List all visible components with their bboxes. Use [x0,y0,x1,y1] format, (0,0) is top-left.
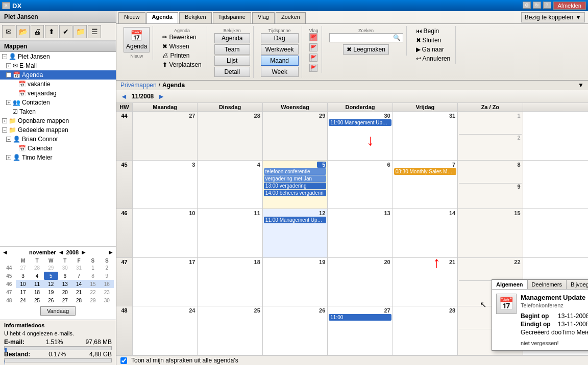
day-nov13[interactable]: 13 [328,209,393,257]
ribbon-tab-tijdspanne[interactable]: Tijdspanne [213,12,251,23]
ga-naar-btn[interactable]: ▶ Ga naar [414,45,453,54]
event-mgmt-update-12[interactable]: 11:00 Management Update [264,217,326,223]
settings-icon[interactable]: ⚙ [523,2,531,9]
expand-contacten[interactable]: + [6,100,11,105]
sidebar-item-taken[interactable]: ☑ Taken [0,107,116,116]
day-nov30[interactable]: 30 11:00 Management Update [328,112,393,160]
day-nov3[interactable]: 3 [133,161,198,209]
mini-day-45-2[interactable]: 5 [44,272,58,280]
mini-day-45-4[interactable]: 7 [72,272,86,280]
day-nov25[interactable]: 25 [198,306,262,355]
expand-gedeelde[interactable]: − [2,127,7,133]
day-nov12[interactable]: 12 11:00 Management Update [263,209,328,257]
flag-red[interactable]: 🚩 [309,33,317,41]
sidebar-item-gedeelde[interactable]: − 📁 Gedeelde mappen [0,125,116,135]
sluiten-btn[interactable]: ✖ Sluiten [414,36,453,44]
sidebar-item-verjaardag[interactable]: 📅 verjaardag [0,89,116,98]
mini-day-48-3[interactable]: 27 [58,296,72,304]
bezig-koppelen-btn[interactable]: Bezig te koppelen ▼ [521,12,585,22]
mini-day-48-5[interactable]: 29 [86,296,100,304]
day-oct29[interactable]: 29 [263,112,328,160]
view-lijst-btn[interactable]: Lijst [214,56,250,66]
check-icon[interactable]: ✔ [59,25,72,38]
mini-day-48-4[interactable]: 28 [72,296,86,304]
flag-gray3[interactable]: 🚩 [309,64,317,72]
mini-day-45-6[interactable]: 9 [100,272,114,280]
mini-day-44-5[interactable]: 1 [86,264,100,272]
event-beheers[interactable]: 14:00 beheers vergaderin [264,190,326,196]
day-nov20[interactable]: 20 [328,258,393,306]
werkweek-btn[interactable]: Werkweek [261,44,299,55]
day-nov24[interactable]: 24 [133,306,198,355]
list-icon[interactable]: ☰ [88,25,101,38]
event-verg-13[interactable]: 13:00 vergadering [264,182,326,189]
flag-gray2[interactable]: 🚩 [309,54,317,62]
breadcrumb-home[interactable]: Privémappen [120,82,157,89]
mini-day-45-3[interactable]: 6 [58,272,72,280]
mini-day-46-5[interactable]: 15 [86,280,100,288]
day-nov11[interactable]: 11 [198,209,262,257]
view-team-btn[interactable]: Team [214,44,250,55]
dag-btn[interactable]: Dag [261,33,299,43]
popup-tab-deelnemers[interactable]: Deelnemers [528,280,567,289]
open-icon[interactable]: 📂 [16,25,30,38]
day-nov19[interactable]: 19 [263,258,328,306]
mini-day-47-1[interactable]: 18 [30,288,44,296]
search-input[interactable] [332,35,393,41]
verplaatsen-btn[interactable]: ⬆ Verplaatsen [160,61,203,69]
expand-brian[interactable]: − [6,137,11,142]
event-verg-jan[interactable]: vergadering met Jan [264,175,326,182]
event-monthly-sales[interactable]: 08:30 Monthly Sales Meeti [394,168,456,175]
mini-day-44-6[interactable]: 2 [100,264,114,272]
mini-day-48-6[interactable]: 30 [100,296,114,304]
mini-day-47-5[interactable]: 22 [86,288,100,296]
mini-day-46-0[interactable]: 10 [16,280,30,288]
mini-day-45-0[interactable]: 3 [16,272,30,280]
expand-timo[interactable]: + [6,155,11,160]
view-agenda-btn[interactable]: Agenda [214,33,250,43]
vandaag-button[interactable]: Vandaag [40,306,76,316]
show-all-checkbox[interactable] [120,357,127,364]
ribbon-tab-zoeken[interactable]: Zoeken [276,12,306,23]
day-nov18[interactable]: 18 [198,258,262,306]
new-mail-icon[interactable]: ✉ [2,25,15,38]
event-tel-conf[interactable]: telefoon conferentie [264,168,326,175]
mini-day-45-1[interactable]: 4 [30,272,44,280]
mini-day-47-4[interactable]: 21 [72,288,86,296]
day-nov26[interactable]: 26 [263,306,328,355]
wissen-btn[interactable]: ✖ Wissen [160,42,203,50]
mini-day-44-2[interactable]: 29 [44,264,58,272]
day-nov28[interactable]: 28 [393,306,458,355]
mini-day-46-1[interactable]: 11 [30,280,44,288]
day-nov27b[interactable]: 27 11:00 [328,306,393,355]
maand-btn[interactable]: Maand [261,56,299,66]
close-btn[interactable]: ✕ [2,2,10,9]
day-nov6[interactable]: 6 [328,161,393,209]
mini-day-45-5[interactable]: 8 [86,272,100,280]
prev-year-btn[interactable]: ◄ [58,249,64,256]
mini-day-48-1[interactable]: 25 [30,296,44,304]
expand-agenda[interactable]: − [6,72,11,77]
popup-tab-bijvoegsels[interactable]: Bijvoegsels/Koppelingen [567,280,588,289]
expand-openbare[interactable]: + [2,118,7,123]
ribbon-tab-agenda[interactable]: Agenda [146,12,178,23]
day-nov21[interactable]: 21 [393,258,458,306]
day-oct28[interactable]: 28 [198,112,262,160]
leegmaken-btn[interactable]: ✖ Leegmaken [343,44,389,55]
help-icon[interactable]: ? [543,2,551,9]
sidebar-item-agenda[interactable]: − 📅 Agenda [0,70,116,80]
mini-day-47-6[interactable]: 23 [100,288,114,296]
event-11-27[interactable]: 11:00 [329,314,391,321]
begin-btn[interactable]: ⏮ Begin [414,27,453,35]
sidebar-item-openbare[interactable]: + 📁 Openbare mappen [0,116,116,125]
day-oct27[interactable]: 27 [133,112,198,160]
day-za-zo-2[interactable]: 8 9 [458,161,523,209]
print-icon[interactable]: 🖨 [31,25,44,38]
ribbon-tab-nieuw[interactable]: Nieuw [118,12,145,23]
annuleren-btn[interactable]: ↩ Annuleren [414,55,453,63]
mini-day-47-3[interactable]: 20 [58,288,72,296]
mini-day-46-3[interactable]: 13 [58,280,72,288]
expand-email[interactable]: + [6,63,11,68]
day-nov17[interactable]: 17 [133,258,198,306]
mini-day-44-1[interactable]: 28 [30,264,44,272]
